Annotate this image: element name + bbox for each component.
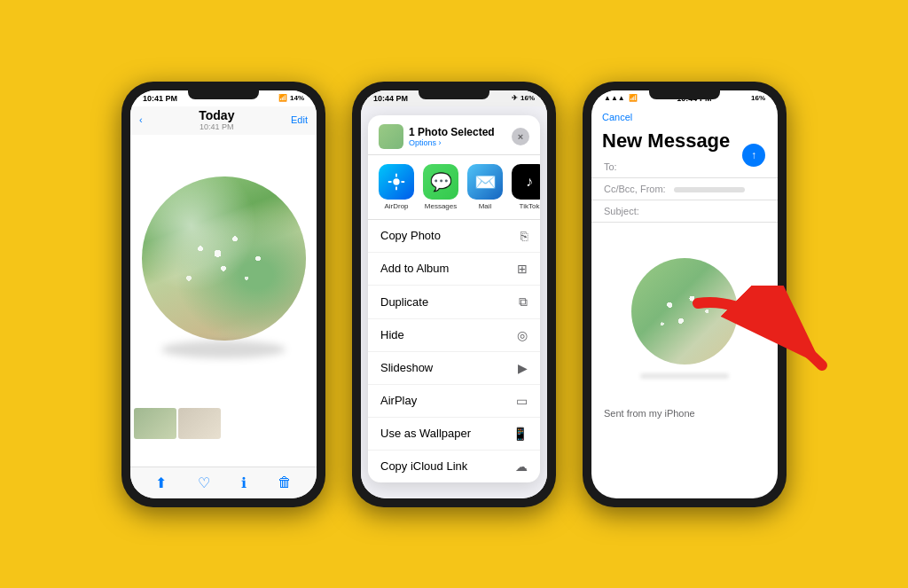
subject-field[interactable]: Subject: xyxy=(591,200,778,223)
phone-1-screen: 10:41 PM 📶 14% ‹ Today 10:41 PM Edit xyxy=(130,90,317,498)
phone-2-time: 10:44 PM xyxy=(373,94,408,103)
phone-1-notch xyxy=(188,90,259,99)
main-photo-circle xyxy=(142,176,306,341)
info-icon[interactable]: ℹ xyxy=(241,474,247,491)
cc-field[interactable]: Cc/Bcc, From: xyxy=(591,178,778,200)
message-photo xyxy=(631,258,738,365)
messages-label: Messages xyxy=(425,202,457,210)
app-item-mail[interactable]: ✉️ Mail xyxy=(467,164,503,210)
wifi-icon: 📶 xyxy=(278,94,287,102)
battery-text-3: 16% xyxy=(751,94,765,102)
action-icloud[interactable]: Copy iCloud Link ☁ xyxy=(368,451,540,482)
phone-1-time: 10:41 PM xyxy=(143,94,177,103)
app-item-airdrop[interactable]: AirDrop xyxy=(379,164,414,210)
duplicate-icon: ⧉ xyxy=(519,294,528,310)
hide-icon: ◎ xyxy=(517,328,528,342)
app-item-tiktok[interactable]: ♪ TikTok xyxy=(512,164,540,210)
phone-2-screen: 10:44 PM ✈ 16% 1 Photo Selected Options … xyxy=(361,90,547,498)
status-signal: ▲▲▲ xyxy=(604,94,625,102)
send-button[interactable]: ↑ xyxy=(742,144,765,167)
action-hide[interactable]: Hide ◎ xyxy=(368,319,540,352)
copy-photo-icon: ⎘ xyxy=(521,229,528,243)
action-add-album[interactable]: Add to Album ⊞ xyxy=(368,253,540,286)
wifi-icon-3: 📶 xyxy=(629,94,638,102)
message-screen: ▲▲▲ 📶 10:44 PM 16% Cancel ↑ New Message … xyxy=(591,90,778,498)
photo-main-area xyxy=(130,135,317,401)
heart-icon[interactable]: ♡ xyxy=(198,474,210,491)
thumb-2[interactable] xyxy=(178,408,221,439)
photos-date-title: Today xyxy=(199,108,234,122)
wallpaper-label: Use as Wallpaper xyxy=(380,427,471,440)
slideshow-icon: ▶ xyxy=(518,361,528,375)
mail-icon: ✉️ xyxy=(467,164,503,200)
phone-3-status-icons: 16% xyxy=(751,94,765,102)
cc-blurred-value xyxy=(674,187,745,192)
icloud-label: Copy iCloud Link xyxy=(380,459,467,473)
circle-photo-inner xyxy=(142,176,306,341)
edit-button[interactable]: Edit xyxy=(291,114,308,125)
share-title-block: 1 Photo Selected Options › xyxy=(409,126,495,147)
phone-1: 10:41 PM 📶 14% ‹ Today 10:41 PM Edit xyxy=(121,82,325,507)
trash-icon[interactable]: 🗑 xyxy=(278,474,292,491)
wallpaper-icon: 📱 xyxy=(513,427,528,441)
photos-nav: ‹ Today 10:41 PM Edit xyxy=(130,106,317,135)
phone-3: ▲▲▲ 📶 10:44 PM 16% Cancel ↑ New Message … xyxy=(583,82,787,507)
icloud-icon: ☁ xyxy=(515,459,528,474)
action-duplicate[interactable]: Duplicate ⧉ xyxy=(368,286,540,319)
airplay-label: AirPlay xyxy=(380,394,417,407)
mail-label: Mail xyxy=(479,202,492,210)
cancel-button[interactable]: Cancel xyxy=(602,112,632,122)
photos-toolbar: ⬆ ♡ ℹ 🗑 xyxy=(130,466,317,498)
status-left: ▲▲▲ 📶 xyxy=(604,94,638,102)
slideshow-label: Slideshow xyxy=(380,361,433,374)
share-title-area: 1 Photo Selected Options › xyxy=(379,124,495,149)
message-body xyxy=(591,223,778,388)
svg-point-0 xyxy=(393,178,399,184)
message-top-bar: Cancel ↑ xyxy=(591,106,778,126)
add-album-label: Add to Album xyxy=(380,262,449,275)
to-label: To: xyxy=(604,161,617,172)
photos-date-sub: 10:41 PM xyxy=(199,122,234,131)
send-icon: ↑ xyxy=(751,149,756,161)
messages-icon: 💬 xyxy=(423,164,458,200)
phone-2: 10:44 PM ✈ 16% 1 Photo Selected Options … xyxy=(352,82,556,507)
share-popup-title: 1 Photo Selected xyxy=(409,126,495,138)
share-avatar xyxy=(379,124,403,149)
tiktok-label: TikTok xyxy=(520,202,540,210)
action-list: Copy Photo ⎘ Add to Album ⊞ Duplicate ⧉ … xyxy=(368,220,540,482)
app-item-messages[interactable]: 💬 Messages xyxy=(423,164,458,210)
phone-1-status-icons: 📶 14% xyxy=(278,94,304,102)
share-popup: 1 Photo Selected Options › × AirDrop xyxy=(368,115,540,482)
photo-shadow xyxy=(161,341,286,358)
share-icon[interactable]: ⬆ xyxy=(155,474,167,491)
share-sheet-bg: 10:44 PM ✈ 16% 1 Photo Selected Options … xyxy=(361,90,547,498)
hide-label: Hide xyxy=(380,328,404,341)
phone-2-status-icons: ✈ 16% xyxy=(512,94,535,102)
photo-label-blur xyxy=(640,373,729,379)
thumb-1[interactable] xyxy=(134,408,176,439)
duplicate-label: Duplicate xyxy=(380,295,428,309)
photo-strip xyxy=(130,401,317,446)
back-button[interactable]: ‹ xyxy=(139,114,143,125)
subject-label: Subject: xyxy=(604,206,639,216)
airdrop-icon xyxy=(379,164,414,200)
sent-from-text: Sent from my iPhone xyxy=(591,399,708,427)
share-popup-options[interactable]: Options › xyxy=(409,138,495,147)
tiktok-icon: ♪ xyxy=(512,164,540,200)
phone-3-screen: ▲▲▲ 📶 10:44 PM 16% Cancel ↑ New Message … xyxy=(591,90,778,498)
copy-photo-label: Copy Photo xyxy=(380,229,441,242)
battery-text: 14% xyxy=(290,94,304,102)
app-row: AirDrop 💬 Messages ✉️ Mail ♪ TikTok xyxy=(368,155,540,220)
airplay-icon: ▭ xyxy=(516,394,528,408)
action-copy-photo[interactable]: Copy Photo ⎘ xyxy=(368,220,540,253)
phone-3-notch xyxy=(649,90,720,99)
phone-2-notch xyxy=(419,90,489,99)
add-album-icon: ⊞ xyxy=(517,262,528,276)
share-popup-header: 1 Photo Selected Options › × xyxy=(368,115,540,155)
airdrop-label: AirDrop xyxy=(384,202,408,210)
action-slideshow[interactable]: Slideshow ▶ xyxy=(368,352,540,385)
action-airplay[interactable]: AirPlay ▭ xyxy=(368,385,540,418)
photos-header: Today 10:41 PM xyxy=(199,108,234,131)
action-wallpaper[interactable]: Use as Wallpaper 📱 xyxy=(368,418,540,451)
share-close-button[interactable]: × xyxy=(512,128,529,145)
